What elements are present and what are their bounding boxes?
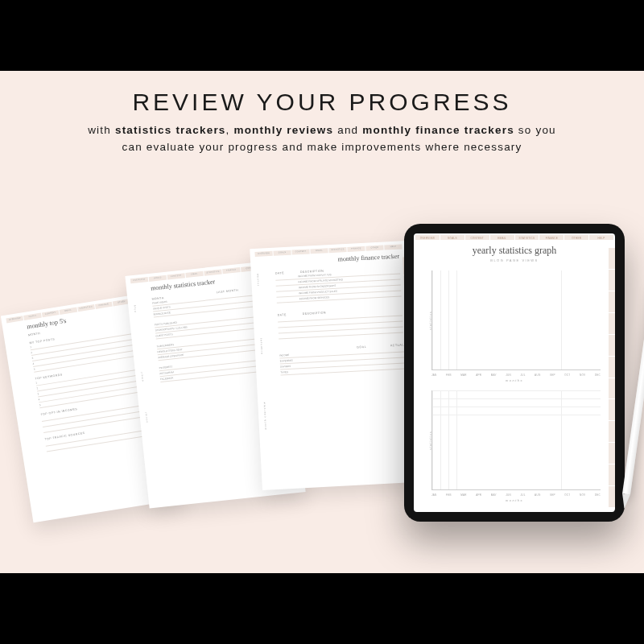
tab: GOALS bbox=[23, 313, 41, 320]
side-label: income bbox=[256, 273, 260, 286]
cell: INCOME FROM DISPLAY ADS bbox=[298, 273, 332, 278]
month: NOV bbox=[580, 493, 585, 497]
month: MAY bbox=[491, 493, 497, 497]
x-axis-label: months bbox=[414, 378, 615, 382]
sub-bold-2: monthly reviews bbox=[233, 124, 333, 136]
tab: FINANCE bbox=[539, 235, 564, 240]
sub-text: , bbox=[226, 124, 234, 136]
tab: HELP bbox=[384, 244, 402, 250]
y-axis-label: statistics bbox=[429, 431, 432, 449]
month: APR bbox=[476, 374, 481, 377]
tab: GOALS bbox=[149, 275, 167, 282]
tab: CONTENT bbox=[167, 273, 186, 279]
stylus-icon bbox=[620, 281, 644, 514]
chart-subtitle: BLOG PAGE VIEWS bbox=[414, 258, 615, 262]
tab: STATISTICS bbox=[328, 247, 346, 253]
tab: CONTENT bbox=[291, 249, 309, 254]
month: NOV bbox=[580, 374, 585, 377]
tab: STATISTICS bbox=[515, 235, 539, 240]
sub-bold-3: monthly finance trackers bbox=[362, 124, 514, 136]
tab: HELP bbox=[589, 235, 613, 240]
tab: OTHER bbox=[564, 235, 588, 240]
month: AUG bbox=[535, 374, 540, 377]
sub-text: with bbox=[88, 124, 115, 136]
month: DEC bbox=[595, 493, 601, 497]
tab: GOALS bbox=[440, 235, 464, 240]
tab: OVERVIEW bbox=[130, 277, 149, 283]
side-tabs bbox=[609, 248, 615, 507]
tab: FINANCE bbox=[222, 267, 241, 274]
tab: EMAIL bbox=[185, 271, 204, 278]
tab: EMAIL bbox=[490, 235, 514, 240]
cell: INCOME FROM SERVICES bbox=[299, 295, 330, 300]
col-label: DATE bbox=[278, 313, 287, 317]
month: OCT bbox=[564, 374, 570, 377]
sub-bold-1: statistics trackers bbox=[115, 124, 226, 136]
chart-area-1: statistics bbox=[431, 270, 601, 370]
month: APR bbox=[476, 493, 481, 497]
tab: EMAIL bbox=[60, 308, 77, 315]
x-axis-months: JANFEBMARAPRMAYJUNJULAUGSEPOCTNOVDEC bbox=[431, 374, 601, 377]
tablet-screen: OVERVIEWGOALSCONTENTEMAILSTATISTICSFINAN… bbox=[414, 233, 615, 512]
tab: STATISTICS bbox=[77, 304, 95, 312]
month: DEC bbox=[595, 374, 601, 377]
side-label: email bbox=[140, 371, 144, 382]
chart-title: yearly statistics graph bbox=[414, 245, 615, 257]
chart-area-2: statistics bbox=[431, 390, 601, 490]
tab: OVERVIEW bbox=[415, 235, 440, 240]
month: MAR bbox=[460, 493, 467, 497]
tab: OTHER bbox=[365, 246, 383, 251]
side-label: blog bbox=[133, 304, 137, 312]
tablet-mockup: OVERVIEWGOALSCONTENTEMAILSTATISTICSFINAN… bbox=[404, 224, 625, 522]
month: MAR bbox=[460, 374, 467, 377]
tab: FINANCE bbox=[347, 246, 365, 252]
screen-top-tabs: OVERVIEWGOALSCONTENTEMAILSTATISTICSFINAN… bbox=[414, 233, 615, 242]
tab: OVERVIEW bbox=[254, 251, 272, 257]
tab: FINANCE bbox=[95, 302, 113, 309]
month: JUN bbox=[506, 493, 511, 497]
month: FEB bbox=[446, 493, 452, 497]
tab: GOALS bbox=[273, 250, 291, 256]
tab: STATISTICS bbox=[204, 269, 222, 275]
month: SEP bbox=[550, 374, 555, 377]
headline: REVIEW YOUR PROGRESS bbox=[0, 71, 644, 116]
month: JAN bbox=[431, 493, 437, 497]
col-label: GOAL bbox=[357, 345, 366, 349]
tab: EMAIL bbox=[310, 248, 328, 254]
month: AUG bbox=[535, 493, 540, 497]
side-label: social bbox=[144, 411, 148, 423]
x-axis-months: JANFEBMARAPRMAYJUNJULAUGSEPOCTNOVDEC bbox=[431, 493, 601, 497]
month: SEP bbox=[550, 493, 555, 497]
month: JUL bbox=[520, 374, 525, 377]
x-axis-label: months bbox=[414, 498, 615, 502]
month: JAN bbox=[431, 374, 437, 377]
tab: CONTENT bbox=[465, 235, 489, 240]
tab: CONTENT bbox=[42, 310, 60, 317]
y-axis-label: statistics bbox=[429, 311, 432, 329]
month: JUN bbox=[506, 374, 511, 377]
month: FEB bbox=[446, 374, 452, 377]
month: MAY bbox=[491, 374, 497, 377]
side-label: expenses bbox=[259, 337, 263, 354]
side-label: month overview bbox=[262, 402, 267, 430]
month: JUL bbox=[520, 493, 525, 497]
tab: OVERVIEW bbox=[6, 316, 23, 323]
promo-canvas: REVIEW YOUR PROGRESS with statistics tra… bbox=[0, 71, 644, 573]
month: OCT bbox=[564, 493, 570, 497]
sheet-monthly-finance: OVERVIEWGOALSCONTENTEMAILSTATISTICSFINAN… bbox=[250, 241, 419, 490]
sub-text: and bbox=[333, 124, 362, 136]
subheadline: with statistics trackers, monthly review… bbox=[80, 122, 564, 156]
col-label: DATE bbox=[275, 271, 284, 275]
